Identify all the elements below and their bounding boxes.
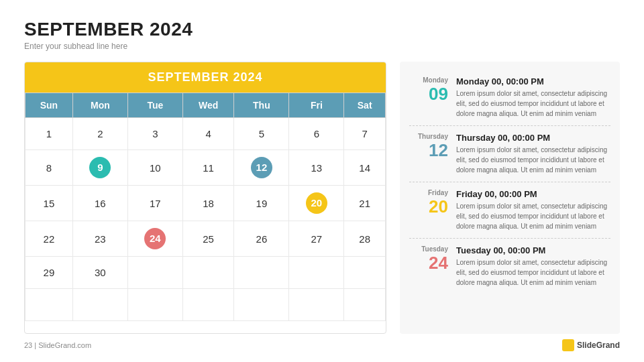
- brand-name: SlideGrand: [577, 341, 620, 350]
- event-day-label: Monday 09: [409, 76, 448, 103]
- calendar-header-row: SunMonTueWedThuFriSat: [25, 93, 386, 118]
- calendar-day-header: Tue: [127, 93, 182, 118]
- calendar-week-row: 22232425262728: [25, 221, 386, 257]
- event-title: Thursday 00, 00:00 PM: [456, 133, 610, 143]
- event-item: Friday 20 Friday 00, 00:00 PM Lorem ipsu…: [409, 182, 610, 239]
- calendar-cell: 12: [234, 150, 289, 186]
- calendar-cell: [182, 289, 234, 321]
- calendar-week-row: 2930: [25, 257, 386, 289]
- calendar-cell: 28: [344, 221, 386, 257]
- calendar-cell-highlight: 20: [306, 192, 327, 214]
- event-day-number: 24: [409, 254, 448, 272]
- event-description: Lorem ipsum dolor sit amet, consectetur …: [456, 201, 610, 231]
- calendar-cell: 30: [72, 257, 127, 289]
- calendar-week-row: [25, 289, 386, 321]
- calendar-cell: [234, 289, 289, 321]
- footer-brand: SlideGrand: [562, 339, 620, 351]
- calendar-cell: 27: [289, 221, 344, 257]
- calendar-cell: 22: [25, 221, 73, 257]
- calendar-cell: 1: [25, 118, 73, 150]
- calendar-day-header: Thu: [234, 93, 289, 118]
- event-description: Lorem ipsum dolor sit amet, consectetur …: [456, 88, 610, 119]
- calendar-day-header: Mon: [72, 93, 127, 118]
- calendar-title: SEPTEMBER 2024: [25, 62, 386, 93]
- header: SEPTEMBER 2024 Enter your subhead line h…: [24, 19, 620, 51]
- calendar-cell: 14: [344, 150, 386, 186]
- calendar-cell: 4: [182, 118, 234, 150]
- event-day-label: Tuesday 24: [409, 245, 448, 272]
- calendar-week-row: 891011121314: [25, 150, 386, 186]
- event-item: Tuesday 24 Tuesday 00, 00:00 PM Lorem ip…: [409, 239, 610, 294]
- event-day-name: Friday: [409, 189, 448, 196]
- calendar-cell: 29: [25, 257, 73, 289]
- calendar-body: 1234567891011121314151617181920212223242…: [25, 118, 386, 321]
- event-day-name: Thursday: [409, 133, 448, 140]
- event-title: Monday 00, 00:00 PM: [456, 76, 610, 86]
- content-area: SEPTEMBER 2024 SunMonTueWedThuFriSat 123…: [24, 62, 620, 334]
- event-day-label: Thursday 12: [409, 133, 448, 159]
- calendar-day-header: Wed: [182, 93, 234, 118]
- event-description: Lorem ipsum dolor sit amet, consectetur …: [456, 257, 610, 288]
- calendar-cell: [344, 289, 386, 321]
- page-title: SEPTEMBER 2024: [24, 19, 620, 40]
- calendar-cell-highlight: 12: [251, 157, 272, 178]
- calendar-cell: [182, 257, 234, 289]
- calendar-day-header: Fri: [289, 93, 344, 118]
- calendar-cell: 24: [127, 221, 182, 257]
- event-details: Tuesday 00, 00:00 PM Lorem ipsum dolor s…: [456, 245, 610, 288]
- calendar-cell: 17: [127, 186, 182, 221]
- calendar-cell: 23: [72, 221, 127, 257]
- calendar-cell: [72, 289, 127, 321]
- calendar-cell: 16: [72, 186, 127, 221]
- calendar-cell-highlight: 9: [89, 157, 111, 178]
- event-day-name: Tuesday: [409, 245, 448, 253]
- calendar-cell: 6: [289, 118, 344, 150]
- event-details: Monday 00, 00:00 PM Lorem ipsum dolor si…: [456, 76, 610, 119]
- footer-page: 23 | SlideGrand.com: [24, 341, 91, 349]
- event-day-number: 20: [409, 198, 448, 215]
- brand-icon: [562, 339, 574, 351]
- calendar-cell: [289, 257, 344, 289]
- calendar-cell: 3: [127, 118, 182, 150]
- calendar-cell: 20: [289, 186, 344, 221]
- calendar-cell: 18: [182, 186, 234, 221]
- calendar-cell: 11: [182, 150, 234, 186]
- page: SEPTEMBER 2024 Enter your subhead line h…: [0, 0, 644, 362]
- calendar-cell: 9: [72, 150, 127, 186]
- calendar-cell: 21: [344, 186, 386, 221]
- calendar-grid: SunMonTueWedThuFriSat 123456789101112131…: [25, 93, 386, 321]
- event-day-name: Monday: [409, 76, 448, 84]
- calendar-cell-highlight: 24: [144, 228, 166, 249]
- calendar-cell: 7: [344, 118, 386, 150]
- event-details: Friday 00, 00:00 PM Lorem ipsum dolor si…: [456, 189, 610, 231]
- event-day-number: 12: [409, 141, 448, 159]
- calendar-cell: 19: [234, 186, 289, 221]
- calendar-cell: 25: [182, 221, 234, 257]
- calendar-cell: [25, 289, 73, 321]
- calendar-day-header: Sat: [344, 93, 386, 118]
- event-item: Thursday 12 Thursday 00, 00:00 PM Lorem …: [409, 126, 610, 182]
- calendar-cell: 8: [25, 150, 73, 186]
- calendar-week-row: 15161718192021: [25, 186, 386, 221]
- event-day-label: Friday 20: [409, 189, 448, 215]
- calendar-cell: 10: [127, 150, 182, 186]
- event-day-number: 09: [409, 85, 448, 103]
- calendar-cell: [234, 257, 289, 289]
- calendar-cell: 5: [234, 118, 289, 150]
- page-subhead: Enter your subhead line here: [24, 42, 620, 51]
- event-title: Friday 00, 00:00 PM: [456, 189, 610, 199]
- calendar-cell: 15: [25, 186, 73, 221]
- calendar-cell: [127, 289, 182, 321]
- calendar-cell: 26: [234, 221, 289, 257]
- event-item: Monday 09 Monday 00, 00:00 PM Lorem ipsu…: [409, 70, 610, 126]
- calendar-day-header: Sun: [25, 93, 73, 118]
- event-details: Thursday 00, 00:00 PM Lorem ipsum dolor …: [456, 133, 610, 175]
- events-panel: Monday 09 Monday 00, 00:00 PM Lorem ipsu…: [400, 62, 620, 334]
- calendar-week-row: 1234567: [25, 118, 386, 150]
- calendar: SEPTEMBER 2024 SunMonTueWedThuFriSat 123…: [24, 62, 386, 334]
- calendar-cell: 2: [72, 118, 127, 150]
- calendar-cell: [127, 257, 182, 289]
- calendar-cell: [289, 289, 344, 321]
- footer: 23 | SlideGrand.com SlideGrand: [24, 339, 620, 351]
- events-list: Monday 09 Monday 00, 00:00 PM Lorem ipsu…: [409, 70, 610, 294]
